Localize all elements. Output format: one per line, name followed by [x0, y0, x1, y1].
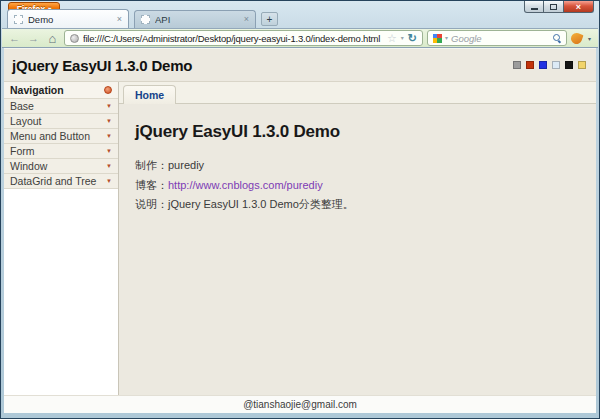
- chevron-down-icon: ▼: [106, 103, 112, 109]
- window-controls: ×: [524, 1, 594, 13]
- navigation-panel-title: Navigation: [10, 84, 64, 96]
- footer-email: @tianshaojie@gmail.com: [243, 399, 357, 410]
- page-header: jQuery EasyUI 1.3.0 Demo: [4, 49, 596, 81]
- panel-tool-icon[interactable]: [104, 86, 112, 94]
- minimize-button[interactable]: [524, 1, 544, 13]
- close-window-button[interactable]: ×: [564, 1, 594, 13]
- theme-swatch[interactable]: [513, 61, 521, 69]
- navigation-toolbar: ← → ⌂ file:///C:/Users/Administrator/Des…: [2, 28, 598, 48]
- url-text[interactable]: file:///C:/Users/Administrator/Desktop/j…: [83, 33, 383, 44]
- new-tab-button[interactable]: +: [261, 12, 278, 26]
- close-tab-icon[interactable]: ×: [244, 15, 249, 24]
- blog-label: 博客：: [135, 179, 168, 191]
- sidebar-item-form[interactable]: Form ▼: [4, 144, 118, 159]
- chevron-down-icon: ▼: [106, 148, 112, 154]
- content-tab-strip: Home: [119, 82, 596, 104]
- navigation-panel-header: Navigation: [4, 82, 118, 99]
- maximize-icon: [550, 4, 557, 10]
- url-bar[interactable]: file:///C:/Users/Administrator/Desktop/j…: [64, 30, 423, 46]
- page-globe-icon: [70, 34, 79, 43]
- sidebar-item-label: Layout: [10, 115, 42, 127]
- minimize-icon: [531, 8, 538, 10]
- addon-icon[interactable]: [569, 31, 583, 45]
- main-panel: Home jQuery EasyUI 1.3.0 Demo 制作：purediy…: [119, 82, 596, 395]
- sidebar-item-label: Base: [10, 100, 34, 112]
- titlebar: Firefox ▾ × Demo × API × +: [1, 1, 599, 28]
- tab-label: Demo: [28, 14, 112, 25]
- google-logo-icon: [433, 34, 442, 43]
- default-page-icon: [141, 15, 150, 24]
- search-box[interactable]: ▾ Google: [427, 30, 567, 46]
- author-label: 制作：: [135, 159, 168, 171]
- navigation-panel: Navigation Base ▼ Layout ▼ Menu and Butt…: [4, 82, 119, 395]
- theme-swatch[interactable]: [578, 61, 586, 69]
- bookmark-star-icon[interactable]: ☆: [387, 33, 397, 44]
- sidebar-item-menu-and-button[interactable]: Menu and Button ▼: [4, 129, 118, 144]
- blog-link[interactable]: http://www.cnblogs.com/purediy: [168, 179, 323, 191]
- tab-home[interactable]: Home: [123, 85, 176, 104]
- search-icon[interactable]: [553, 34, 561, 42]
- author-value: purediy: [168, 159, 204, 171]
- sidebar-item-label: Form: [10, 145, 35, 157]
- content-heading: jQuery EasyUI 1.3.0 Demo: [135, 122, 580, 142]
- sidebar-item-window[interactable]: Window ▼: [4, 159, 118, 174]
- page-title: jQuery EasyUI 1.3.0 Demo: [12, 57, 192, 74]
- page-body: Navigation Base ▼ Layout ▼ Menu and Butt…: [4, 81, 596, 395]
- toolbar-overflow-icon[interactable]: ▾: [586, 35, 593, 42]
- chevron-down-icon: ▼: [106, 178, 112, 184]
- home-content: jQuery EasyUI 1.3.0 Demo 制作：purediy 博客：h…: [119, 104, 596, 395]
- sidebar-item-base[interactable]: Base ▼: [4, 99, 118, 114]
- url-dropdown-icon[interactable]: ▾: [401, 35, 404, 41]
- chevron-down-icon: ▼: [106, 133, 112, 139]
- reload-icon[interactable]: ↻: [408, 33, 417, 44]
- google-logo-cell: [437, 38, 442, 43]
- sidebar-item-datagrid-and-tree[interactable]: DataGrid and Tree ▼: [4, 174, 118, 189]
- sidebar-item-label: Window: [10, 160, 47, 172]
- blog-line: 博客：http://www.cnblogs.com/purediy: [135, 178, 580, 193]
- tab-label: API: [155, 14, 239, 25]
- web-page: jQuery EasyUI 1.3.0 Demo Navigation Base…: [4, 48, 596, 413]
- chevron-down-icon: ▼: [106, 163, 112, 169]
- close-tab-icon[interactable]: ×: [117, 15, 122, 24]
- theme-swatch[interactable]: [539, 61, 547, 69]
- maximize-button[interactable]: [544, 1, 564, 13]
- theme-swatch[interactable]: [565, 61, 573, 69]
- sidebar-item-layout[interactable]: Layout ▼: [4, 114, 118, 129]
- tab-api[interactable]: API ×: [134, 10, 256, 28]
- theme-swatch[interactable]: [552, 61, 560, 69]
- description-value: jQuery EasyUI 1.3.0 Demo分类整理。: [168, 198, 354, 210]
- tab-demo[interactable]: Demo ×: [7, 9, 129, 28]
- tab-home-label: Home: [135, 89, 164, 101]
- browser-window: Firefox ▾ × Demo × API × + ← → ⌂: [0, 0, 600, 419]
- tab-strip: Demo × API × +: [7, 9, 278, 28]
- description-line: 说明：jQuery EasyUI 1.3.0 Demo分类整理。: [135, 197, 580, 212]
- description-label: 说明：: [135, 198, 168, 210]
- back-button[interactable]: ←: [7, 31, 22, 46]
- theme-swatch[interactable]: [526, 61, 534, 69]
- page-footer: @tianshaojie@gmail.com: [4, 395, 596, 413]
- theme-switcher: [513, 61, 586, 69]
- chevron-down-icon: ▼: [106, 118, 112, 124]
- default-page-icon: [14, 15, 23, 24]
- home-button[interactable]: ⌂: [45, 31, 60, 46]
- forward-button[interactable]: →: [26, 31, 41, 46]
- sidebar-item-label: DataGrid and Tree: [10, 175, 96, 187]
- author-line: 制作：purediy: [135, 158, 580, 173]
- sidebar-item-label: Menu and Button: [10, 130, 90, 142]
- search-engine-dropdown-icon[interactable]: ▾: [445, 35, 448, 41]
- close-icon: ×: [576, 2, 581, 12]
- search-input[interactable]: Google: [451, 33, 550, 44]
